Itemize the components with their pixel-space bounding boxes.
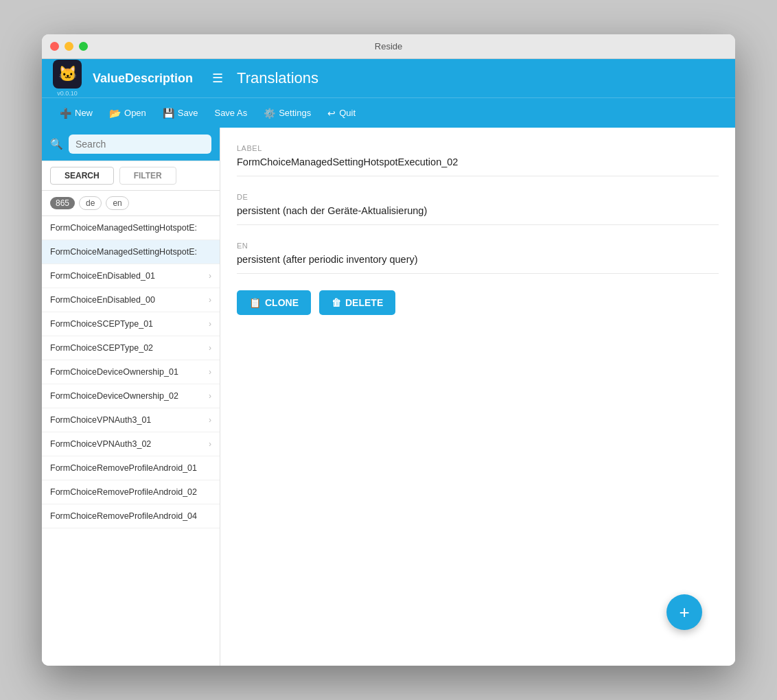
lang-badges: 865 de en [42, 191, 220, 216]
list-item-text: FormChoiceRemoveProfileAndroid_01 [50, 463, 197, 473]
lang-badge-en[interactable]: en [106, 196, 128, 210]
detail-panel: Label FormChoiceManagedSettingHotspotExe… [220, 128, 735, 666]
count-badge: 865 [50, 197, 75, 209]
label-field-name: Label [237, 144, 719, 152]
list-items: FormChoiceManagedSettingHotspotE: FormCh… [42, 216, 220, 666]
cat-icon: 🐱 [58, 65, 77, 83]
chevron-icon: › [209, 367, 211, 377]
settings-icon: ⚙️ [264, 108, 275, 119]
search-area: 🔍 [42, 128, 220, 161]
de-field-name: DE [237, 193, 719, 201]
en-field-value: persistent (after periodic inventory que… [237, 254, 719, 274]
clone-label: CLONE [265, 297, 299, 308]
section-title: Translations [237, 69, 318, 87]
fab-button[interactable]: + [666, 594, 702, 630]
list-item[interactable]: FormChoiceDeviceOwnership_02 › [42, 384, 220, 408]
de-field-group: DE persistent (nach der Geräte-Aktualisi… [237, 193, 719, 225]
open-label: Open [124, 108, 146, 118]
action-buttons: 📋 CLONE 🗑 DELETE [237, 290, 719, 315]
clone-button[interactable]: 📋 CLONE [237, 290, 311, 315]
list-item[interactable]: FormChoiceVPNAuth3_02 › [42, 432, 220, 456]
settings-label: Settings [279, 108, 311, 118]
label-field-value: FormChoiceManagedSettingHotspotExecution… [237, 156, 719, 176]
list-item[interactable]: FormChoiceEnDisabled_00 › [42, 288, 220, 312]
clone-icon: 📋 [249, 297, 261, 308]
save-as-button[interactable]: Save As [207, 104, 254, 121]
app-version: v0.0.10 [57, 90, 78, 97]
app-logo-version: 🐱 v0.0.10 [53, 60, 82, 97]
chevron-icon: › [209, 319, 211, 329]
tab-search[interactable]: SEARCH [50, 167, 114, 185]
label-field-group: Label FormChoiceManagedSettingHotspotExe… [237, 144, 719, 176]
quit-button[interactable]: ↩ Quit [321, 104, 362, 122]
list-item[interactable]: FormChoiceManagedSettingHotspotE: [42, 240, 220, 264]
list-item-text: FormChoiceRemoveProfileAndroid_02 [50, 487, 197, 497]
list-item-text: FormChoiceManagedSettingHotspotE: [50, 247, 197, 257]
list-item-text: FormChoiceManagedSettingHotspotE: [50, 223, 197, 233]
save-label: Save [178, 108, 198, 118]
open-icon: 📂 [109, 108, 121, 119]
chevron-icon: › [209, 271, 211, 281]
traffic-lights [50, 42, 88, 51]
list-item[interactable]: FormChoiceManagedSettingHotspotE: [42, 216, 220, 240]
list-item-text: FormChoiceDeviceOwnership_02 [50, 391, 178, 401]
delete-label: DELETE [345, 297, 383, 308]
save-button[interactable]: 💾 Save [156, 104, 205, 122]
save-icon: 💾 [163, 108, 174, 119]
list-item-text: FormChoiceSCEPType_01 [50, 319, 153, 329]
app-title: ValueDescription [93, 71, 193, 86]
search-input[interactable] [69, 135, 211, 154]
list-item[interactable]: FormChoiceSCEPType_02 › [42, 336, 220, 360]
app-header: 🐱 v0.0.10 ValueDescription ☰ Translation… [42, 59, 735, 97]
search-icon: 🔍 [50, 138, 63, 150]
en-field-name: EN [237, 242, 719, 250]
settings-button[interactable]: ⚙️ Settings [257, 104, 318, 122]
list-item-text: FormChoiceEnDisabled_00 [50, 295, 155, 305]
chevron-icon: › [209, 295, 211, 305]
new-icon: ➕ [60, 108, 71, 119]
list-item-text: FormChoiceVPNAuth3_01 [50, 415, 151, 425]
list-item[interactable]: FormChoiceEnDisabled_01 › [42, 264, 220, 288]
quit-label: Quit [339, 108, 356, 118]
de-field-value: persistent (nach der Geräte-Aktualisieru… [237, 205, 719, 225]
delete-icon: 🗑 [332, 297, 341, 308]
sidebar: 🔍 SEARCH FILTER 865 de en FormC [42, 128, 220, 666]
chevron-icon: › [209, 391, 211, 401]
lang-badge-de[interactable]: de [79, 196, 102, 210]
minimize-button[interactable] [65, 42, 73, 51]
list-item-text: FormChoiceRemoveProfileAndroid_04 [50, 511, 197, 521]
window-title: Reside [375, 41, 402, 51]
delete-button[interactable]: 🗑 DELETE [319, 290, 395, 315]
chevron-icon: › [209, 439, 211, 449]
app-logo: 🐱 [53, 60, 82, 89]
list-item[interactable]: FormChoiceVPNAuth3_01 › [42, 408, 220, 432]
quit-icon: ↩ [327, 108, 336, 119]
open-button[interactable]: 📂 Open [102, 104, 153, 122]
en-field-group: EN persistent (after periodic inventory … [237, 242, 719, 274]
hamburger-icon[interactable]: ☰ [212, 71, 223, 86]
new-label: New [75, 108, 93, 118]
list-item[interactable]: FormChoiceRemoveProfileAndroid_02 [42, 480, 220, 504]
filter-tabs: SEARCH FILTER [42, 161, 220, 191]
maximize-button[interactable] [79, 42, 88, 51]
toolbar: ➕ New 📂 Open 💾 Save Save As ⚙️ Settings … [42, 97, 735, 128]
chevron-icon: › [209, 343, 211, 353]
list-item-text: FormChoiceDeviceOwnership_01 [50, 367, 178, 377]
list-item-text: FormChoiceEnDisabled_01 [50, 271, 155, 281]
app-window: Reside 🐱 v0.0.10 ValueDescription ☰ Tran… [42, 34, 735, 666]
list-item[interactable]: FormChoiceDeviceOwnership_01 › [42, 360, 220, 384]
fab-plus-icon: + [679, 602, 689, 623]
new-button[interactable]: ➕ New [53, 104, 100, 122]
main-content: 🔍 SEARCH FILTER 865 de en FormC [42, 128, 735, 666]
list-item[interactable]: FormChoiceRemoveProfileAndroid_01 [42, 456, 220, 480]
close-button[interactable] [50, 42, 59, 51]
chevron-icon: › [209, 415, 211, 425]
list-item[interactable]: FormChoiceSCEPType_01 › [42, 312, 220, 336]
list-item[interactable]: FormChoiceRemoveProfileAndroid_04 [42, 504, 220, 528]
list-item-text: FormChoiceSCEPType_02 [50, 343, 153, 353]
list-item-text: FormChoiceVPNAuth3_02 [50, 439, 151, 449]
title-bar: Reside [42, 34, 735, 59]
save-as-label: Save As [214, 108, 247, 118]
tab-filter[interactable]: FILTER [119, 167, 176, 185]
